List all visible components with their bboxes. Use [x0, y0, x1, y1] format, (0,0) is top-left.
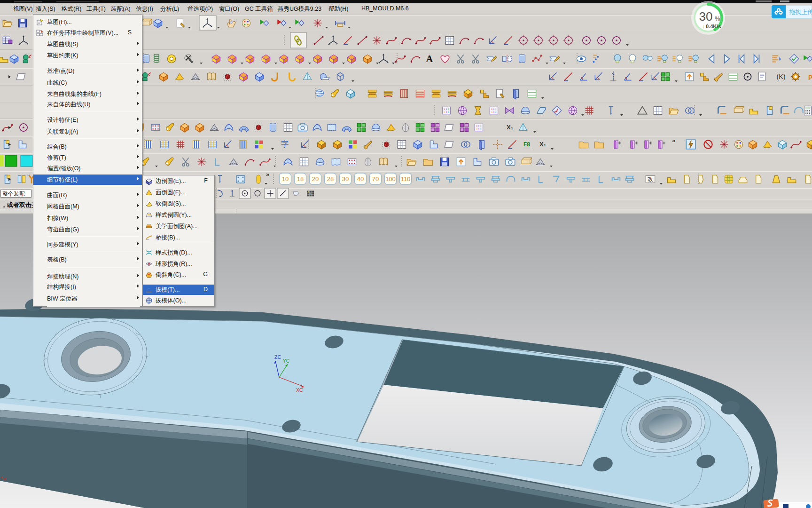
svg-text:10: 10 — [282, 175, 289, 183]
svg-text:110: 110 — [401, 175, 411, 183]
svg-text:100: 100 — [385, 175, 396, 183]
svg-text:*-x: *-x — [1, 476, 7, 481]
svg-text:ZC: ZC — [274, 354, 281, 360]
svg-text:70: 70 — [372, 175, 379, 183]
svg-text:20: 20 — [312, 175, 319, 183]
svg-text:P: P — [808, 74, 812, 81]
svg-text:»: » — [266, 171, 269, 178]
svg-text:%: % — [715, 15, 720, 22]
svg-text:18: 18 — [297, 175, 304, 183]
svg-text:30: 30 — [342, 175, 349, 183]
svg-text:»: » — [672, 137, 675, 144]
svg-text:28: 28 — [327, 175, 334, 183]
svg-text:YC: YC — [283, 358, 289, 364]
svg-text:XC: XC — [296, 387, 303, 393]
svg-text:0.4K/s: 0.4K/s — [706, 24, 721, 29]
svg-text:40: 40 — [357, 175, 364, 183]
svg-text:↓: ↓ — [702, 24, 705, 29]
svg-text:30: 30 — [699, 9, 713, 24]
